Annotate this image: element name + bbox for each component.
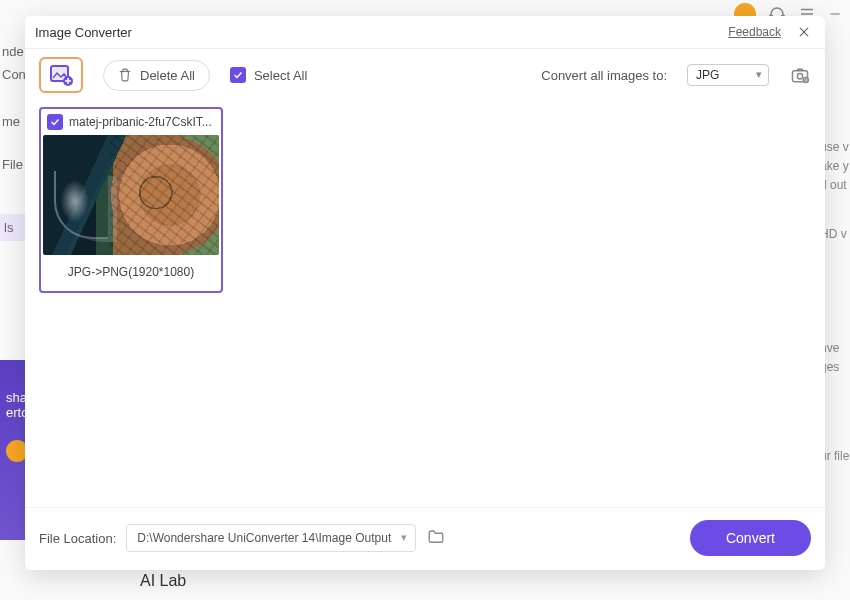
convert-to-label: Convert all images to: <box>541 68 667 83</box>
svg-point-13 <box>797 74 802 79</box>
toolbar: Delete All Select All Convert all images… <box>25 49 825 101</box>
close-button[interactable] <box>795 23 813 41</box>
bg-left-nav: nde Con me File ls <box>0 40 28 241</box>
convert-button[interactable]: Convert <box>690 520 811 556</box>
dialog-title: Image Converter <box>35 25 132 40</box>
add-image-button[interactable] <box>39 57 83 93</box>
select-all-label: Select All <box>254 68 307 83</box>
delete-all-label: Delete All <box>140 68 195 83</box>
thumbnail-checkbox[interactable] <box>47 114 63 130</box>
output-format-select[interactable]: JPG <box>687 64 769 86</box>
thumbnail-info: JPG->PNG(1920*1080) <box>41 255 221 291</box>
output-format-value: JPG <box>696 68 719 82</box>
file-location-select[interactable]: D:\Wondershare UniConverter 14\Image Out… <box>126 524 416 552</box>
delete-all-button[interactable]: Delete All <box>103 60 210 91</box>
close-icon <box>797 25 811 39</box>
feedback-link[interactable]: Feedback <box>728 25 781 39</box>
folder-icon <box>426 528 446 546</box>
image-thumbnail[interactable]: matej-pribanic-2fu7CskIT... JPG->PNG(192… <box>39 107 223 293</box>
select-all-checkbox[interactable]: Select All <box>230 67 307 83</box>
thumbnail-filename: matej-pribanic-2fu7CskIT... <box>69 115 212 129</box>
checkbox-icon <box>230 67 246 83</box>
minimize-icon[interactable] <box>828 5 842 23</box>
add-image-icon <box>49 64 73 86</box>
dialog-header: Image Converter Feedback <box>25 16 825 49</box>
image-converter-dialog: Image Converter Feedback Delete All <box>25 16 825 570</box>
file-location-value: D:\Wondershare UniConverter 14\Image Out… <box>137 531 391 545</box>
settings-button[interactable] <box>789 64 811 86</box>
dialog-footer: File Location: D:\Wondershare UniConvert… <box>25 507 825 570</box>
trash-icon <box>118 68 132 82</box>
thumbnail-preview <box>43 135 219 255</box>
file-location-label: File Location: <box>39 531 116 546</box>
thumbnails-area: matej-pribanic-2fu7CskIT... JPG->PNG(192… <box>25 101 825 507</box>
gear-camera-icon <box>790 65 810 85</box>
ai-lab-label: AI Lab <box>140 572 186 590</box>
open-folder-button[interactable] <box>426 528 448 548</box>
